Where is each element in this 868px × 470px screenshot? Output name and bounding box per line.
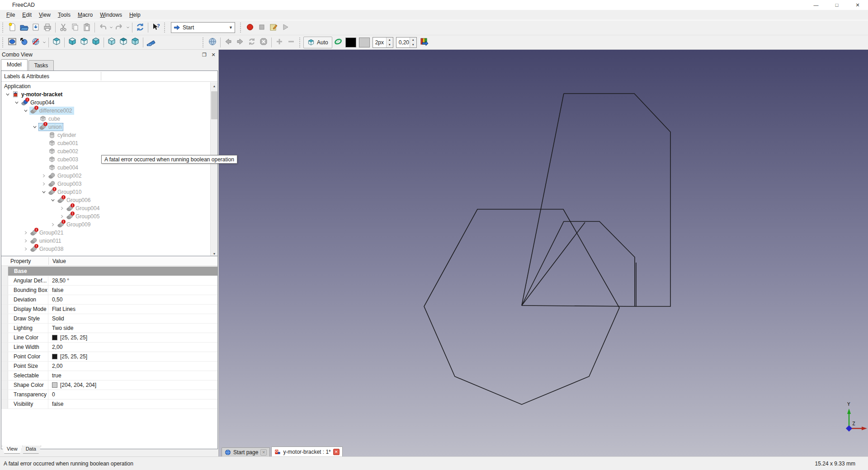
- nav-forward-button[interactable]: [234, 37, 246, 48]
- chevron-down-icon[interactable]: [13, 99, 20, 106]
- property-row-shape-color[interactable]: Shape Color[204, 204, 204]: [1, 381, 217, 390]
- menu-macro[interactable]: Macro: [74, 10, 96, 19]
- tree-item-group009[interactable]: !Group009: [1, 221, 210, 229]
- chevron-down-icon[interactable]: [22, 107, 29, 114]
- tree-item-cube[interactable]: cube: [1, 115, 210, 123]
- line-width-spinner[interactable]: 2px▲▼: [373, 37, 393, 48]
- chevron-right-icon[interactable]: [49, 221, 57, 228]
- scrollbar-thumb[interactable]: [211, 91, 217, 119]
- chevron-right-icon[interactable]: [22, 229, 29, 236]
- property-row-selectable[interactable]: Selectabletrue: [1, 371, 217, 381]
- face-color-swatch[interactable]: [359, 38, 370, 47]
- draw-style-button[interactable]: [30, 37, 42, 48]
- tree-item-union[interactable]: !union: [1, 123, 210, 131]
- toolbar-grip[interactable]: [299, 38, 302, 47]
- undo-more-icon[interactable]: [42, 37, 47, 48]
- menu-help[interactable]: Help: [126, 10, 144, 19]
- nav-stop-button[interactable]: [258, 37, 269, 48]
- menu-edit[interactable]: Edit: [19, 10, 35, 19]
- macro-play-button[interactable]: [279, 22, 291, 33]
- open-document-button[interactable]: [18, 22, 30, 33]
- spinner-up-icon[interactable]: ▲: [387, 38, 393, 42]
- undo-button[interactable]: [97, 22, 108, 33]
- tab-close-icon[interactable]: ✕: [333, 449, 340, 455]
- tree-item-difference002[interactable]: !difference002: [1, 107, 210, 115]
- chevron-right-icon[interactable]: [58, 213, 66, 220]
- scroll-up-icon[interactable]: ▲: [211, 82, 218, 89]
- macro-edit-button[interactable]: [268, 22, 279, 33]
- property-row-point-color[interactable]: Point Color[25, 25, 25]: [1, 352, 217, 362]
- property-row-draw-style[interactable]: Draw StyleSolid: [1, 314, 217, 324]
- tree-item-group021[interactable]: !Group021: [1, 229, 210, 237]
- panel-tab-view[interactable]: View: [2, 446, 23, 454]
- tree-item-group002[interactable]: Group002: [1, 172, 210, 180]
- tree-item-group003[interactable]: Group003: [1, 180, 210, 188]
- web-home-button[interactable]: [207, 37, 218, 48]
- view-right-button[interactable]: [90, 37, 102, 48]
- tree-item-group038[interactable]: !Group038: [1, 245, 210, 253]
- document-tab-start-page[interactable]: Start page✕: [222, 447, 270, 456]
- view-bottom-button[interactable]: [118, 37, 129, 48]
- property-row-angular-def-[interactable]: Angular Def...28,50 °: [1, 276, 217, 286]
- paste-button[interactable]: [81, 22, 93, 33]
- property-row-lighting[interactable]: LightingTwo side: [1, 324, 217, 333]
- redo-more-icon[interactable]: [125, 22, 130, 33]
- undo-more-icon[interactable]: [108, 22, 113, 33]
- chevron-right-icon[interactable]: [22, 245, 29, 253]
- new-document-button[interactable]: [6, 22, 18, 33]
- fit-all-button[interactable]: [6, 37, 18, 48]
- tree-item-group006[interactable]: !Group006: [1, 196, 210, 204]
- print-button[interactable]: [42, 22, 53, 33]
- tab-model[interactable]: Model: [1, 59, 28, 70]
- view-rear-button[interactable]: [106, 37, 118, 48]
- property-row-bounding-box[interactable]: Bounding Boxfalse: [1, 286, 217, 295]
- toolbar-grip[interactable]: [240, 23, 242, 33]
- copy-button[interactable]: [69, 22, 81, 33]
- tree-item-cube001[interactable]: cube001: [1, 139, 210, 147]
- menu-tools[interactable]: Tools: [54, 10, 74, 19]
- document-tab-y-motor-bracket-1-[interactable]: y-motor-bracket : 1*✕: [271, 446, 342, 456]
- chevron-right-icon[interactable]: [22, 237, 29, 244]
- tree-item-cube002[interactable]: cube002: [1, 147, 210, 155]
- tree-item-group010[interactable]: !Group010: [1, 188, 210, 196]
- tree-item-group005[interactable]: !Group005: [1, 212, 210, 221]
- tree-scrollbar[interactable]: ▲ ▼: [210, 82, 217, 257]
- maximize-button[interactable]: □: [826, 0, 847, 10]
- spinner-up-icon[interactable]: ▲: [410, 38, 416, 42]
- chevron-down-icon[interactable]: [40, 188, 47, 196]
- wireframe-canvas[interactable]: YXZ: [219, 50, 868, 456]
- tree-item-group004[interactable]: !Group004: [1, 204, 210, 212]
- chevron-right-icon[interactable]: [58, 205, 66, 212]
- cut-button[interactable]: [57, 22, 69, 33]
- panel-close-icon[interactable]: ✕: [210, 52, 217, 58]
- viewport-3d[interactable]: YXZ Start page✕y-motor-bracket : 1*✕: [219, 50, 868, 456]
- macro-record-button[interactable]: [244, 22, 256, 33]
- property-row-visibility[interactable]: Visibilityfalse: [1, 400, 217, 409]
- save-document-button[interactable]: [30, 22, 42, 33]
- property-row-transparency[interactable]: Transparency0: [1, 390, 217, 400]
- close-button[interactable]: ✕: [847, 0, 868, 10]
- zoom-in-button[interactable]: [274, 37, 285, 48]
- refresh-button[interactable]: [134, 22, 146, 33]
- render-mode-selector[interactable]: Auto: [303, 37, 332, 48]
- chevron-right-icon[interactable]: [40, 172, 47, 179]
- property-row-line-color[interactable]: Line Color[25, 25, 25]: [1, 333, 217, 343]
- chevron-right-icon[interactable]: [40, 180, 47, 188]
- property-row-display-mode[interactable]: Display ModeFlat Lines: [1, 305, 217, 314]
- menu-windows[interactable]: Windows: [96, 10, 126, 19]
- menu-file[interactable]: File: [3, 10, 19, 19]
- texture-button[interactable]: [332, 37, 344, 48]
- nav-back-button[interactable]: [222, 37, 234, 48]
- chevron-down-icon[interactable]: [4, 91, 11, 98]
- tab-close-icon[interactable]: ✕: [260, 449, 267, 456]
- tree-item-application[interactable]: Application: [1, 82, 210, 90]
- macro-stop-button[interactable]: [256, 22, 268, 33]
- tree-item-cube004[interactable]: cube004: [1, 164, 210, 172]
- view-front-button[interactable]: [66, 37, 78, 48]
- tree-item-cylinder[interactable]: cylinder: [1, 131, 210, 139]
- toolbar-grip[interactable]: [2, 38, 5, 47]
- zoom-out-button[interactable]: [285, 37, 297, 48]
- tab-tasks[interactable]: Tasks: [28, 60, 54, 70]
- spinner-down-icon[interactable]: ▼: [387, 42, 393, 47]
- toolbar-grip[interactable]: [164, 23, 166, 33]
